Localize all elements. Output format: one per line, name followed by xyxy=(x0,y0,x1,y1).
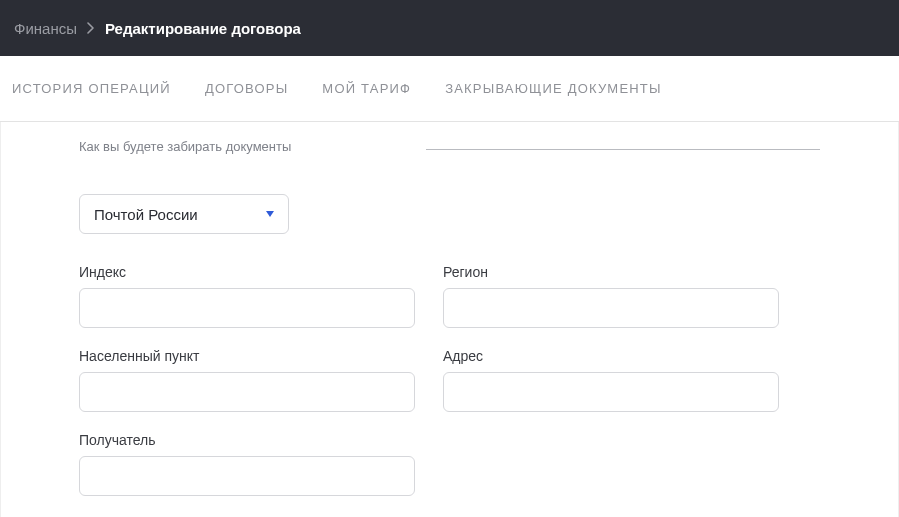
tab-my-tariff[interactable]: МОЙ ТАРИФ xyxy=(322,81,411,96)
form-panel: Как вы будете забирать документы Почтой … xyxy=(0,122,899,517)
label-recipient: Получатель xyxy=(79,432,415,448)
caret-down-icon xyxy=(266,211,274,217)
label-index: Индекс xyxy=(79,264,415,280)
breadcrumb-parent[interactable]: Финансы xyxy=(14,20,77,37)
tabs-bar: ИСТОРИЯ ОПЕРАЦИЙ ДОГОВОРЫ МОЙ ТАРИФ ЗАКР… xyxy=(0,56,899,122)
documents-pickup-label: Как вы будете забирать документы xyxy=(79,136,291,154)
input-index[interactable] xyxy=(79,288,415,328)
field-index: Индекс xyxy=(79,264,415,328)
delivery-method-select[interactable]: Почтой России xyxy=(79,194,289,234)
input-address[interactable] xyxy=(443,372,779,412)
topbar: Финансы Редактирование договора xyxy=(0,0,899,56)
delivery-method-selected: Почтой России xyxy=(94,206,198,223)
tab-closing-documents[interactable]: ЗАКРЫВАЮЩИЕ ДОКУМЕНТЫ xyxy=(445,81,662,96)
chevron-right-icon xyxy=(87,22,95,34)
label-address: Адрес xyxy=(443,348,779,364)
tab-operations-history[interactable]: ИСТОРИЯ ОПЕРАЦИЙ xyxy=(12,81,171,96)
input-region[interactable] xyxy=(443,288,779,328)
breadcrumb-current: Редактирование договора xyxy=(105,20,301,37)
label-region: Регион xyxy=(443,264,779,280)
breadcrumb: Финансы Редактирование договора xyxy=(14,20,301,37)
field-recipient: Получатель xyxy=(79,432,415,496)
input-locality[interactable] xyxy=(79,372,415,412)
tab-contracts[interactable]: ДОГОВОРЫ xyxy=(205,81,288,96)
field-locality: Населенный пункт xyxy=(79,348,415,412)
field-region: Регион xyxy=(443,264,779,328)
underline-divider xyxy=(426,136,820,150)
field-address: Адрес xyxy=(443,348,779,412)
input-recipient[interactable] xyxy=(79,456,415,496)
label-locality: Населенный пункт xyxy=(79,348,415,364)
